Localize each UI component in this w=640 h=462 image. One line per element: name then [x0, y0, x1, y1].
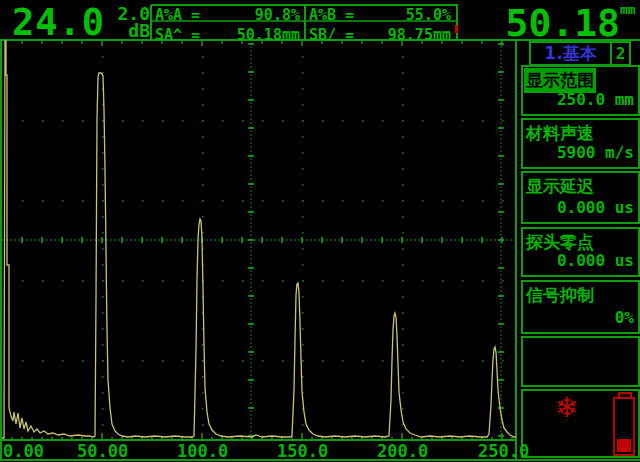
readout-value: 90.8% [255, 6, 300, 21]
readout-b-amplitude: A%B = 55.0% [306, 5, 455, 21]
tab-2[interactable]: 2 [612, 43, 629, 64]
readout-label: A%B = [309, 6, 354, 21]
gain-unit-label: dB [108, 20, 150, 41]
menu-item-material-velocity[interactable]: 材料声速 5900 m/s [521, 118, 640, 169]
readout-label: SB/ = [309, 26, 354, 41]
x-axis-tick-label: 50.00 [77, 441, 128, 461]
menu-item-value: 250.0 mm [557, 90, 634, 109]
main-measurement-value: 50.18 [457, 1, 620, 45]
readout-a-soundpath: SA^ = 50.18mm [152, 25, 304, 41]
menu-item-display-range[interactable]: 显示范围 250.0 mm [521, 65, 640, 116]
status-icon-panel: ❄ [521, 389, 640, 458]
x-axis-tick-label: 150.0 [277, 441, 328, 461]
menu-item-probe-zero[interactable]: 探头零点 0.000 us [521, 227, 640, 277]
battery-body [613, 397, 635, 456]
menu-item-value: 0.000 us [557, 198, 634, 217]
menu-item-value: 5900 m/s [557, 143, 634, 162]
menu-item-label: 显示延迟 [524, 174, 596, 199]
menu-item-value: 0.000 us [557, 251, 634, 270]
menu-item-value: 0% [615, 308, 634, 327]
gate-a-readout-box: A%A = 90.8% SA^ = 50.18mm [152, 5, 304, 40]
x-axis-tick-label: 200.0 [377, 441, 428, 461]
readout-b-soundpath: SB/ = 98.75mm [306, 25, 455, 41]
menu-item-display-delay[interactable]: 显示延迟 0.000 us [521, 171, 640, 224]
readout-label: A%A = [155, 6, 200, 21]
readout-a-amplitude: A%A = 90.8% [152, 5, 304, 21]
menu-item-empty [521, 336, 640, 387]
x-axis-tick-label: 250.0 [478, 441, 529, 461]
x-axis-tick-label: 0.00 [3, 441, 44, 461]
x-axis-tick-label: 100.0 [177, 441, 228, 461]
menu-tab-bar: 1.基本 2 [529, 41, 631, 66]
gain-value: 24.0 [12, 1, 105, 44]
readout-value: 50.18mm [237, 26, 300, 41]
readout-value: 98.75mm [388, 26, 451, 41]
readout-value: 55.0% [406, 6, 451, 21]
battery-icon [613, 392, 635, 456]
gate-b-readout-box: A%B = 55.0% SB/ = 98.75mm [306, 5, 455, 40]
tab-basic[interactable]: 1.基本 [531, 43, 612, 64]
battery-low-fill [617, 439, 631, 452]
flaw-detector-screen: 24.0 2.0 dB A%A = 90.8% SA^ = 50.18mm A%… [0, 0, 640, 462]
freeze-icon: ❄ [555, 391, 578, 424]
main-measurement-unit: mm [620, 2, 636, 17]
readout-label: SA^ = [155, 26, 200, 41]
menu-item-reject[interactable]: 信号抑制 0% [521, 280, 640, 334]
menu-item-label: 信号抑制 [524, 283, 596, 308]
